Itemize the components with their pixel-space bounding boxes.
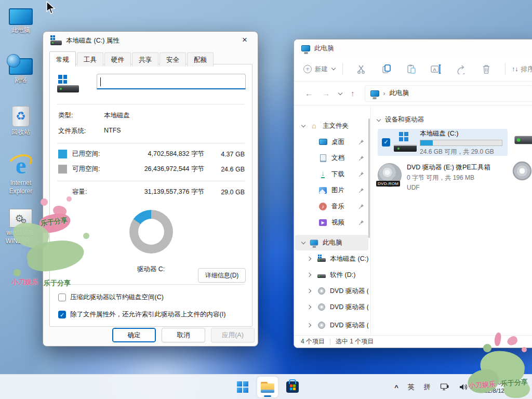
sort-button[interactable]: ↑↓ 排序 <box>512 65 532 74</box>
chevron-right-icon[interactable] <box>307 288 312 294</box>
recent-locations-chevron-icon[interactable] <box>338 91 343 96</box>
sort-label: 排序 <box>521 65 532 74</box>
dialog-title-bar[interactable]: 本地磁盘 (C:) 属性 × <box>43 32 258 49</box>
sidebar-item-local-disk-c[interactable]: 本地磁盘 (C:) <box>295 251 368 267</box>
chevron-right-icon[interactable] <box>307 272 312 277</box>
chevron-down-icon[interactable] <box>301 123 306 128</box>
sidebar-item-documents[interactable]: 文档 <box>295 150 368 166</box>
breadcrumb-separator-icon: › <box>383 90 385 97</box>
network-monitor-icon <box>9 58 33 75</box>
this-pc-icon <box>310 240 318 246</box>
sidebar-item-dvd-e[interactable]: DVD 驱动器 (E:) <box>295 283 368 299</box>
compress-checkbox[interactable] <box>58 294 66 301</box>
drive-item-local-disk-c[interactable]: ✓ 本地磁盘 (C:) 24.6 GB 可用，共 29.0 GB <box>378 129 508 156</box>
sidebar-item-dvd-f[interactable]: DVD 驱动器 (F:) <box>295 299 368 315</box>
sidebar-item-music[interactable]: ♪ 音乐 <box>295 198 368 214</box>
pictures-icon <box>319 187 327 194</box>
address-bar[interactable]: › 此电脑 <box>365 85 532 102</box>
show-hidden-icons-chevron[interactable]: ^ <box>391 383 402 391</box>
ok-button[interactable]: 确定 <box>112 328 156 342</box>
volume-label-input[interactable] <box>97 74 246 89</box>
desktop-icon-recycle-bin[interactable]: ♻ 回收站 <box>2 106 39 137</box>
sidebar-item-pictures[interactable]: 图片 <box>295 182 368 198</box>
up-icon[interactable]: ↑ <box>351 89 355 98</box>
sidebar-item-this-pc[interactable]: 此电脑 <box>295 235 368 250</box>
taskbar-file-explorer[interactable] <box>257 377 278 397</box>
details-button[interactable]: 详细信息(D) <box>198 268 246 283</box>
this-pc-icon <box>301 45 310 51</box>
desktop-icon-network[interactable]: 网络 <box>2 58 39 85</box>
desktop-icon-this-pc[interactable]: 此电脑 <box>2 8 39 35</box>
rename-icon[interactable]: A <box>429 64 444 74</box>
sidebar-item-drive-d[interactable]: 软件 (D:) <box>295 267 368 283</box>
sidebar-item-label: DVD 驱动器 (F:) <box>330 321 368 330</box>
chevron-right-icon[interactable] <box>307 304 312 310</box>
sidebar-item-home[interactable]: ⌂ 主文件夹 <box>295 118 368 134</box>
input-language-english[interactable]: 英 <box>404 382 418 392</box>
desktop-icon-win11-restore[interactable]: ⚙⚙ win11恢复 WIN10经... <box>2 209 39 245</box>
index-checkbox-label: 除了文件属性外，还允许索引此驱动器上文件的内容(I) <box>70 310 225 319</box>
close-icon[interactable]: × <box>237 34 252 47</box>
pin-icon <box>358 155 364 161</box>
type-value: 本地磁盘 <box>104 111 130 120</box>
tab-quota[interactable]: 配额 <box>187 52 214 66</box>
dialog-tabs: 常规 工具 硬件 共享 安全 配额 <box>49 52 258 66</box>
index-checkbox-row[interactable]: ✓ 除了文件属性外，还允许索引此驱动器上文件的内容(I) <box>56 302 252 319</box>
chevron-right-icon[interactable] <box>307 323 312 328</box>
back-icon[interactable]: ← <box>305 89 313 98</box>
forward-icon[interactable]: → <box>322 89 330 98</box>
input-method-pinyin[interactable]: 拼 <box>420 382 434 392</box>
breadcrumb[interactable]: 此电脑 <box>390 89 409 98</box>
compress-checkbox-row[interactable]: 压缩此驱动器以节约磁盘空间(C) <box>56 285 252 302</box>
delete-icon[interactable] <box>479 64 494 74</box>
system-drive-icon <box>57 75 79 92</box>
desktop-icon-label: win11恢复 WIN10经... <box>2 229 39 245</box>
dvd-rom-tag: DVD-ROM <box>376 181 400 187</box>
partial-drive-item[interactable] <box>520 133 528 142</box>
tab-sharing[interactable]: 共享 <box>132 52 158 66</box>
explorer-title-bar[interactable]: 此电脑 <box>294 39 532 57</box>
copy-icon[interactable] <box>379 64 394 74</box>
apply-button[interactable]: 应用(A) <box>211 328 255 342</box>
sidebar-item-label: 视频 <box>331 218 358 227</box>
free-space-size: 24.6 GB <box>204 166 245 173</box>
partial-dvd-item[interactable] <box>518 167 526 177</box>
new-button[interactable]: + 新建 <box>303 65 336 74</box>
tab-security[interactable]: 安全 <box>159 52 186 66</box>
chevron-right-icon[interactable] <box>307 256 312 261</box>
drive-free-space: 0 字节 可用，共 196 MB <box>407 174 490 182</box>
volume-icon[interactable] <box>455 383 472 391</box>
pin-icon <box>358 220 364 225</box>
dvd-icon <box>318 303 325 311</box>
desktop-icon-internet-explorer[interactable]: e Internet Explorer <box>2 154 39 195</box>
tab-hardware[interactable]: 硬件 <box>104 52 131 66</box>
sidebar-item-desktop[interactable]: 桌面 <box>295 134 368 150</box>
sidebar-item-label: DVD 驱动器 (E:) <box>330 287 368 296</box>
tab-tools[interactable]: 工具 <box>77 52 103 66</box>
sidebar-scrollbar[interactable] <box>368 118 370 238</box>
section-header-devices[interactable]: 设备和驱动器 <box>376 115 532 124</box>
sidebar-item-videos[interactable]: ▶ 视频 <box>295 215 368 230</box>
share-icon[interactable] <box>454 64 469 74</box>
notification-bell-icon[interactable]: z <box>511 382 528 392</box>
paste-icon[interactable] <box>404 64 419 74</box>
sidebar-item-label: 本地磁盘 (C:) <box>330 255 368 263</box>
documents-icon <box>320 154 326 162</box>
taskbar-clock[interactable]: 14:55 2022/8/12 <box>474 379 509 395</box>
cut-icon[interactable] <box>354 64 369 74</box>
status-bar: 4 个项目 选中 1 个项目 <box>294 335 532 348</box>
selected-count: 选中 1 个项目 <box>336 337 374 346</box>
index-checkbox[interactable]: ✓ <box>58 311 66 318</box>
chevron-down-icon[interactable] <box>301 240 306 245</box>
start-button[interactable] <box>232 377 253 397</box>
watermark-text: 小刀娱乐 <box>11 277 38 287</box>
sidebar-item-dvd-f2[interactable]: DVD 驱动器 (F:) <box>295 317 368 333</box>
taskbar-microsoft-store[interactable] <box>282 377 303 397</box>
drive-item-dvd-e[interactable]: DVD-ROM DVD 驱动器 (E:) 微PE工具箱 0 字节 可用，共 19… <box>378 162 508 191</box>
item-checkbox[interactable]: ✓ <box>382 138 390 147</box>
network-icon[interactable] <box>436 383 453 391</box>
sidebar-item-downloads[interactable]: ↓ 下载 <box>295 166 368 182</box>
monitor-icon <box>9 8 33 25</box>
cancel-button[interactable]: 取消 <box>162 328 205 342</box>
tab-general[interactable]: 常规 <box>49 51 76 66</box>
